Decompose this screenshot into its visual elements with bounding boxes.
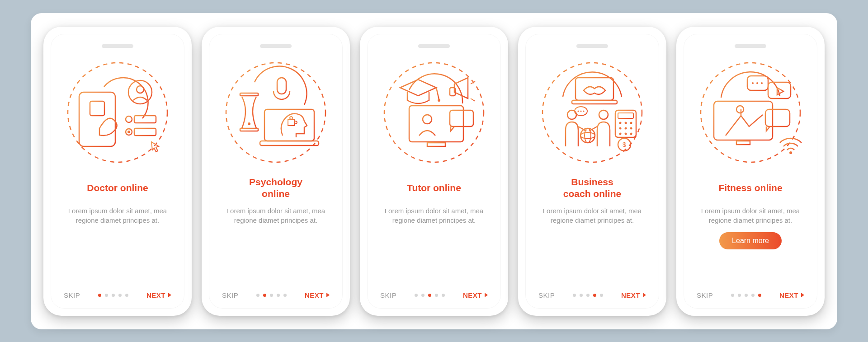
next-button[interactable]: NEXT [146, 291, 171, 299]
svg-point-63 [630, 122, 632, 124]
phone-speaker [735, 44, 766, 48]
svg-point-6 [137, 86, 144, 93]
svg-point-65 [625, 127, 627, 129]
svg-line-31 [436, 88, 439, 99]
svg-point-53 [580, 132, 595, 139]
dot-5 [125, 294, 128, 297]
phone-speaker [576, 44, 608, 48]
phone-frame: $ Business coach online Lorem ipsum dolo… [518, 27, 666, 316]
dot-1 [415, 294, 418, 297]
nav-row: SKIP NEXT [697, 291, 804, 299]
svg-point-17 [248, 122, 250, 125]
dot-1 [256, 294, 259, 297]
dot-2 [580, 294, 583, 297]
phone-frame: Fitness online Lorem ipsum dolor sit ame… [676, 27, 825, 316]
svg-point-14 [226, 63, 326, 162]
dot-5 [283, 294, 287, 297]
tutor-online-icon [377, 56, 491, 169]
dot-5 [442, 294, 445, 297]
screen-body: Lorem ipsum dolor sit amet, mea regione … [219, 206, 332, 225]
dot-2 [105, 294, 108, 297]
svg-point-76 [761, 82, 763, 84]
dot-4 [751, 294, 755, 297]
svg-point-69 [630, 132, 632, 135]
svg-point-56 [577, 110, 579, 112]
dot-1 [573, 294, 576, 297]
svg-rect-11 [134, 128, 156, 136]
svg-rect-79 [736, 141, 750, 145]
dot-4 [277, 294, 280, 297]
dot-3 [270, 294, 273, 297]
dot-4 [118, 294, 122, 297]
skip-button[interactable]: SKIP [697, 291, 713, 299]
dot-2 [421, 294, 425, 297]
business-coach-online-icon: $ [536, 56, 649, 169]
screen-body: Lorem ipsum dolor sit amet, mea regione … [694, 206, 807, 225]
screen-title: Doctor online [87, 176, 148, 200]
nav-row: SKIP NEXT [222, 291, 330, 299]
dot-4 [593, 294, 596, 297]
doctor-online-icon [61, 56, 174, 169]
dot-3 [745, 294, 748, 297]
svg-point-61 [619, 122, 622, 124]
dot-3 [112, 294, 115, 297]
dot-1 [98, 294, 101, 297]
screen-body: Lorem ipsum dolor sit amet, mea regione … [61, 206, 174, 225]
screen-title: Psychology online [249, 176, 302, 200]
screen: Fitness online Lorem ipsum dolor sit ame… [684, 34, 817, 309]
phone-frame: Tutor online Lorem ipsum dolor sit amet,… [360, 27, 508, 316]
svg-rect-16 [240, 128, 258, 131]
next-button[interactable]: NEXT [621, 291, 646, 299]
skip-button[interactable]: SKIP [380, 291, 396, 299]
nav-row: SKIP NEXT [380, 291, 488, 299]
svg-point-40 [423, 115, 432, 124]
svg-rect-37 [409, 106, 463, 142]
svg-rect-18 [277, 78, 286, 94]
nav-row: SKIP NEXT [64, 291, 171, 299]
svg-rect-77 [768, 82, 791, 98]
svg-rect-47 [572, 100, 617, 104]
dot-3 [586, 294, 590, 297]
screen-title: Fitness online [718, 176, 782, 200]
next-button[interactable]: NEXT [305, 291, 330, 299]
svg-point-52 [580, 128, 595, 143]
svg-point-10 [127, 131, 130, 133]
svg-point-85 [789, 151, 792, 154]
page-dots [415, 294, 445, 297]
phone-speaker [418, 44, 450, 48]
dot-1 [731, 294, 734, 297]
skip-button[interactable]: SKIP [64, 291, 80, 299]
phone-frame: Psychology online Lorem ipsum dolor sit … [202, 27, 350, 316]
dot-5 [758, 294, 761, 297]
svg-rect-15 [240, 93, 258, 96]
dot-2 [738, 294, 741, 297]
svg-rect-1 [79, 92, 115, 146]
svg-point-64 [619, 127, 622, 129]
screen-body: Lorem ipsum dolor sit amet, mea regione … [377, 206, 491, 225]
svg-point-32 [438, 99, 440, 102]
next-button[interactable]: NEXT [779, 291, 804, 299]
svg-point-62 [625, 122, 627, 124]
svg-rect-29 [288, 119, 294, 126]
skip-button[interactable]: SKIP [222, 291, 238, 299]
svg-point-30 [384, 63, 484, 162]
screen-title: Tutor online [407, 176, 461, 200]
svg-point-66 [630, 127, 632, 129]
skip-button[interactable]: SKIP [538, 291, 555, 299]
screen-body: Lorem ipsum dolor sit amet, mea regione … [536, 206, 649, 225]
learn-more-button[interactable]: Learn more [719, 232, 782, 249]
svg-text:$: $ [623, 141, 626, 148]
screen-title: Business coach online [563, 176, 621, 200]
svg-line-36 [471, 98, 475, 101]
next-button[interactable]: NEXT [463, 291, 488, 299]
svg-point-75 [756, 82, 758, 84]
onboarding-stage: Doctor online Lorem ipsum dolor sit amet… [31, 13, 837, 329]
nav-row: SKIP NEXT [538, 291, 646, 299]
page-dots [573, 294, 603, 297]
svg-point-67 [619, 132, 622, 135]
dot-2 [263, 294, 266, 297]
svg-point-57 [580, 110, 581, 112]
screen: Doctor online Lorem ipsum dolor sit amet… [51, 34, 184, 309]
svg-point-68 [625, 132, 627, 135]
screen: Psychology online Lorem ipsum dolor sit … [209, 34, 343, 309]
